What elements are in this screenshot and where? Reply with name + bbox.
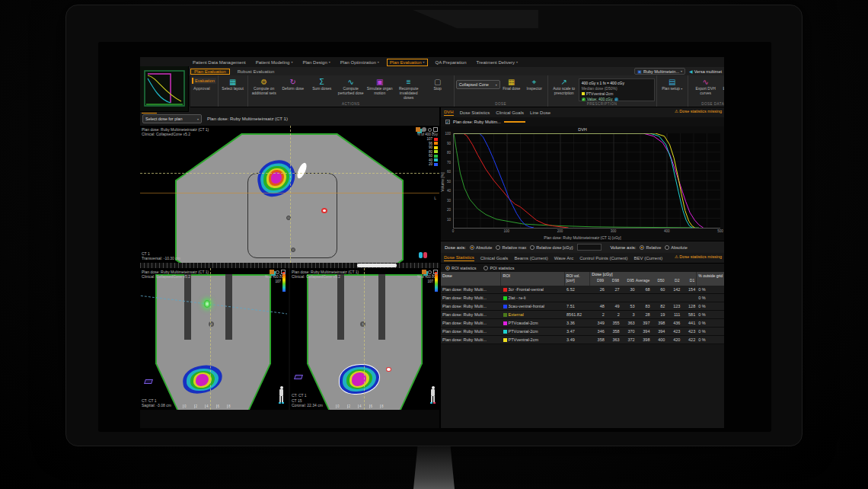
radio-relative-max[interactable]: Relative max	[496, 245, 526, 250]
compute-on-additional-sets-button[interactable]: ⚙Compute on additional sets	[250, 77, 279, 100]
select-layout-button[interactable]: ▦ Select layout	[220, 77, 246, 91]
subtab-robust-evaluation[interactable]: Robust Evaluation	[235, 69, 278, 74]
prescription-roi: PTVventral-2cm	[586, 91, 614, 96]
tab-dvh[interactable]: DVH	[444, 109, 454, 116]
export-dvh-curves-button[interactable]: ∿Export DVH curves	[690, 77, 722, 96]
plan-setup-button[interactable]: ▤ Plan setup ▾	[659, 77, 686, 91]
sagittal-overlay-position: CT: CT 1 Sagittal: -3.08 cm	[142, 398, 171, 408]
tab-control-points-current[interactable]: Control Points (Current)	[579, 255, 627, 261]
dose-engine-dropdown[interactable]: Collapsed Cone ▾	[456, 80, 500, 89]
image-views-panel: current Select dose for plan ▾ Plan dose…	[140, 107, 439, 428]
fullscreen-icon[interactable]	[433, 127, 438, 132]
slice-scrollbar-thumb[interactable]	[357, 264, 397, 267]
final-dose-button[interactable]: ▦Final dose	[500, 77, 523, 91]
legend-label: Plan dose: Ruby Multim...	[453, 120, 501, 124]
menu-tab-plan-optimization[interactable]: Plan Optimization▾	[338, 59, 381, 66]
radio-relative[interactable]: Relative	[640, 245, 661, 250]
radio-poi-statistics[interactable]: POI statistics	[483, 266, 514, 270]
table-row[interactable]: Plan dose: Ruby Multi...PTVventral-2cm3.…	[441, 336, 724, 344]
colorbar-title: % of 400 cGy	[417, 133, 438, 136]
x-axis-ticks: 0100200300400500	[453, 229, 720, 234]
info-icon[interactable]: i	[614, 97, 618, 101]
prescription-line: 400 cGy x 1 fx = 400 cGy	[582, 81, 652, 85]
legend-color-line	[504, 121, 525, 123]
sagittal-view[interactable]: 0 Plan dose: Ruby Multimeteinsatz (CT 1)…	[140, 268, 289, 410]
tab-clinical-goals[interactable]: Clinical Goals	[480, 255, 509, 261]
warning-icon: ⚠	[675, 254, 678, 259]
mini-colorbar	[282, 272, 286, 292]
tab-dose-statistics[interactable]: Dose Statistics	[444, 254, 474, 261]
orientation-figures	[419, 252, 427, 258]
inspector-button[interactable]: ⌖Inspector	[523, 77, 546, 91]
fullscreen-icon[interactable]	[433, 270, 438, 274]
axial-overlay-title: Plan dose: Ruby Multimeteinsatz (CT 1) C…	[142, 127, 209, 137]
plan-thumbnail[interactable]	[140, 66, 189, 112]
dose-statistics-warning: ⚠ Dose statistics missing	[675, 109, 722, 113]
table-row[interactable]: Plan dose: Ruby Multi...3cr -Frontal-ven…	[441, 286, 724, 294]
table-row[interactable]: Plan dose: Ruby Multi...PTVcranial-2cm3.…	[441, 328, 724, 336]
relative-dose-input[interactable]	[577, 244, 602, 251]
compute-perturbed-dose-button[interactable]: ∿Compute perturbed dose	[337, 77, 365, 100]
tab-line-dose[interactable]: Line Dose	[530, 110, 550, 116]
dvh-legend-row: ✓ Plan dose: Ruby Multim...	[441, 117, 724, 126]
chevron-down-icon: ▾	[681, 87, 682, 91]
auto-scale-button[interactable]: ↗ Auto scale to prescription	[550, 77, 579, 96]
calculator-icon: ▦	[508, 78, 515, 86]
table-row[interactable]: Plan dose: Ruby Multi...PTVcaudal-2cm3.3…	[441, 319, 724, 328]
subtab-plan-evaluation[interactable]: Plan Evaluation	[190, 69, 230, 75]
chevron-down-icon: ▾	[516, 60, 518, 64]
table-row[interactable]: Plan dose: Ruby Multi...External8561.822…	[441, 311, 724, 319]
simulate-organ-motion-button[interactable]: ▣Simulate organ motion	[365, 77, 394, 100]
chevron-down-icon: ▾	[423, 60, 425, 64]
zoom-icon[interactable]	[428, 128, 432, 132]
layers-icon[interactable]	[422, 270, 426, 274]
coronal-overlay-position: CT: CT 1 CT 15 Coronal: 22.34 cm	[292, 393, 323, 408]
ribbon-sidebar: Evaluation Approval	[190, 75, 219, 107]
recompute-invalidated-doses-button[interactable]: ≡Recompute invalidated doses	[394, 77, 423, 100]
axial-view[interactable]: Plan dose: Ruby Multimeteinsatz (CT 1) C…	[140, 126, 439, 263]
radio-absolute[interactable]: Absolute	[665, 245, 687, 250]
menu-tab-patient-modeling[interactable]: Patient Modeling▾	[254, 59, 295, 66]
plot-area[interactable]	[453, 133, 720, 229]
prescription-type: Median dose (D50%)	[582, 86, 652, 91]
export-line-doses-button[interactable]: ∩Export line doses	[722, 77, 724, 96]
plan-selector-dropdown[interactable]: ▣ Ruby Multimetein... ▾	[634, 68, 685, 75]
menu-tab-treatment-delivery[interactable]: Treatment Delivery▾	[474, 59, 520, 66]
table-row[interactable]: Plan dose: Ruby Multi...3cau-ventral-fro…	[441, 302, 724, 311]
fullscreen-icon[interactable]	[281, 270, 286, 274]
menu-tab-plan-design[interactable]: Plan Design▾	[300, 59, 332, 66]
tab-wave-arc[interactable]: Wave Arc	[554, 255, 573, 261]
tab-clinical-goals[interactable]: Clinical Goals	[496, 110, 524, 116]
evaluation-panel: DVHDose StatisticsClinical GoalsLine Dos…	[439, 107, 724, 428]
sidebar-item-approval[interactable]: Approval	[192, 85, 216, 91]
tab-dose-statistics[interactable]: Dose Statistics	[460, 110, 490, 116]
legend-checkbox[interactable]: ✓	[445, 120, 450, 124]
plan-selector-label: Ruby Multimetein...	[643, 69, 679, 74]
layers-icon[interactable]	[270, 270, 274, 274]
deform-dose-button[interactable]: ↻Deform dose	[279, 77, 308, 100]
menu-tab-qa-preparation[interactable]: QA Preparation	[433, 59, 469, 66]
zoom-icon[interactable]	[276, 270, 279, 274]
axis-controls: Dose axis: AbsoluteRelative maxRelative …	[441, 241, 724, 253]
radio-absolute[interactable]: Absolute	[470, 245, 492, 250]
table-row[interactable]: Plan dose: Ruby Multi...2lat - re-li0 %	[441, 294, 724, 302]
select-dose-dropdown[interactable]: Select dose for plan ▾	[142, 114, 202, 123]
zoom-icon[interactable]	[428, 270, 432, 274]
menu-tab-patient-data-management[interactable]: Patient Data Management	[190, 59, 248, 66]
layers-icon[interactable]	[416, 127, 420, 132]
tab-bev-current[interactable]: BEV (Current)	[634, 255, 663, 261]
sum-doses-button[interactable]: ΣSum doses	[308, 77, 337, 100]
menu-tab-plan-evaluation[interactable]: Plan Evaluation▾	[387, 59, 428, 66]
table-header: Dose ROI ROI vol. [cm³] Dose [cGy] D99D9…	[441, 272, 724, 286]
chevron-down-icon: ▾	[496, 83, 497, 87]
prescription-summary: 400 cGy x 1 fx = 400 cGy Median dose (D5…	[579, 78, 655, 101]
stop-button[interactable]: ▢Stop	[423, 77, 452, 100]
sidebar-item-evaluation[interactable]: Evaluation	[192, 78, 216, 84]
slice-scrollbar[interactable]	[140, 263, 439, 268]
tab-beams-current[interactable]: Beams (Current)	[514, 255, 547, 261]
poi-marker	[321, 208, 327, 213]
pin-icon[interactable]	[422, 127, 426, 132]
radio-roi-statistics[interactable]: ROI statistics	[445, 266, 476, 270]
coronal-view[interactable]: 1 Plan dose: Ruby Multimeteinsatz (CT 1)…	[290, 268, 439, 410]
radio-relative-dose-cgy[interactable]: Relative dose [cGy]:	[530, 245, 573, 250]
